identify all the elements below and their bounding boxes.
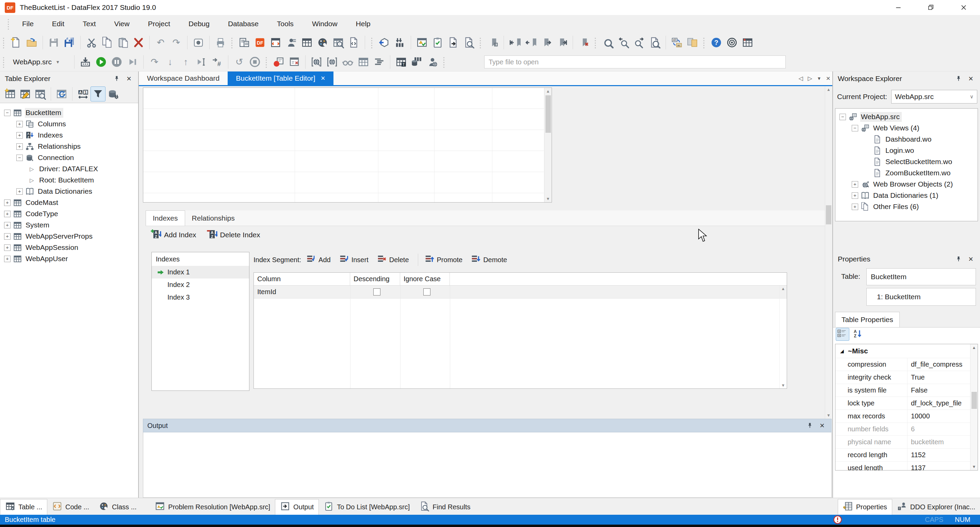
- tree-item-root-bucketitem[interactable]: ▷Root: BucketItem: [0, 175, 138, 186]
- breakpoint-toggle-button[interactable]: [271, 54, 286, 70]
- property-row-physical-name[interactable]: physical namebucketitem: [835, 435, 970, 448]
- close-button[interactable]: [947, 0, 980, 15]
- collapse-icon[interactable]: −: [840, 114, 846, 120]
- find-table-lp-button[interactable]: [33, 86, 48, 102]
- current-project-selector[interactable]: WebApp.src ∨: [891, 90, 977, 103]
- menu-debug[interactable]: Debug: [179, 20, 219, 28]
- refresh-tables-button[interactable]: [54, 86, 69, 102]
- bookmark-last-button[interactable]: [554, 35, 570, 50]
- watches-button[interactable]: [340, 54, 356, 70]
- section-tab-relationships[interactable]: Relationships: [185, 210, 242, 226]
- bookmark-next-button[interactable]: [538, 35, 554, 50]
- step-button[interactable]: [124, 54, 140, 70]
- property-value[interactable]: 1137: [907, 462, 970, 470]
- find-prev-button[interactable]: [616, 35, 631, 50]
- index-item-index-1[interactable]: Index 1: [152, 266, 249, 279]
- close-icon[interactable]: ×: [816, 420, 828, 431]
- about-button[interactable]: [724, 35, 740, 50]
- add-index-button[interactable]: AZ Add Index: [147, 228, 200, 243]
- column-header-descending[interactable]: Descending: [350, 273, 400, 285]
- find-in-files-button[interactable]: [647, 35, 662, 50]
- bottom-tab-properties[interactable]: Properties: [838, 499, 892, 515]
- section-tab-indexes[interactable]: Indexes: [146, 210, 185, 226]
- property-grid-scrollbar[interactable]: ▲ ▼: [970, 344, 978, 470]
- print-button[interactable]: [213, 35, 228, 50]
- collapse-icon[interactable]: −: [852, 125, 858, 131]
- index-item-index-2[interactable]: Index 2: [152, 279, 249, 291]
- tree-item-dashboard-wo[interactable]: Dashboard.wo: [835, 134, 978, 145]
- rename-table-button[interactable]: A1: [76, 86, 91, 102]
- filter-tables-button[interactable]: [91, 86, 105, 102]
- expand-arrow-icon[interactable]: ▷: [29, 166, 35, 172]
- expand-arrow-icon[interactable]: ▷: [29, 177, 35, 183]
- pin-icon[interactable]: [111, 73, 123, 84]
- expand-icon[interactable]: +: [16, 132, 23, 139]
- descending-checkbox[interactable]: [373, 288, 380, 296]
- find-next-button[interactable]: [631, 35, 647, 50]
- expand-icon[interactable]: +: [4, 233, 11, 240]
- scroll-down-icon[interactable]: ▼: [544, 196, 552, 201]
- table-field-value[interactable]: BucketItem: [866, 268, 976, 285]
- property-row-lock-type[interactable]: lock typedf_lock_type_file: [835, 396, 970, 409]
- segment-delete-button[interactable]: Delete: [377, 254, 409, 266]
- scroll-tabs-left-icon[interactable]: ◁: [799, 75, 803, 82]
- step-over-button[interactable]: ↷: [147, 54, 162, 70]
- webapp-admin-button[interactable]: [425, 54, 440, 70]
- scroll-up-icon[interactable]: ▲: [970, 345, 978, 350]
- scroll-up-icon[interactable]: ▲: [780, 286, 787, 291]
- edit-table-button[interactable]: [18, 86, 33, 102]
- tree-item-system[interactable]: +System: [0, 220, 138, 231]
- pin-icon[interactable]: [953, 254, 964, 264]
- doc-tab-workspace-dashboard[interactable]: Workspace Dashboard: [139, 72, 228, 85]
- property-value[interactable]: df_lock_type_file: [907, 397, 970, 409]
- bottom-tab-code[interactable]: Code ...: [47, 499, 94, 515]
- bottom-tab-to-do-list-webapp-src[interactable]: To Do List [WebApp.src]: [319, 499, 414, 515]
- sort-az-button[interactable]: AZ: [851, 328, 865, 341]
- scroll-up-icon[interactable]: ▲: [825, 87, 832, 92]
- editor-scrollbar[interactable]: ▲ ▼: [825, 86, 832, 419]
- pin-icon[interactable]: [804, 420, 816, 431]
- scroll-down-icon[interactable]: ▼: [825, 413, 832, 418]
- close-icon[interactable]: ×: [965, 73, 977, 84]
- expand-icon[interactable]: +: [16, 121, 23, 127]
- table-tools-button[interactable]: T: [393, 54, 409, 70]
- close-icon[interactable]: ×: [965, 254, 977, 264]
- restore-button[interactable]: [915, 0, 947, 15]
- step-into-button[interactable]: ↓: [162, 54, 178, 70]
- bottom-tab-class[interactable]: Class ...: [94, 499, 141, 515]
- tree-item-webapp-src[interactable]: −WebApp.src: [835, 111, 978, 123]
- save-button[interactable]: [46, 35, 62, 50]
- expand-icon[interactable]: +: [4, 256, 11, 262]
- scroll-thumb[interactable]: [546, 96, 551, 133]
- tree-item-login-wo[interactable]: Login.wo: [835, 145, 978, 156]
- menu-database[interactable]: Database: [219, 20, 268, 28]
- menu-file[interactable]: File: [13, 20, 43, 28]
- cut-button[interactable]: [84, 35, 99, 50]
- expand-icon[interactable]: +: [16, 143, 23, 150]
- bookmark-prev-button[interactable]: [523, 35, 538, 50]
- menu-text[interactable]: Text: [73, 20, 105, 28]
- scroll-thumb[interactable]: [826, 205, 831, 224]
- bookmark-first-button[interactable]: [507, 35, 523, 50]
- run-to-cursor-button[interactable]: [194, 54, 209, 70]
- web-object-viewer-button[interactable]: [309, 54, 324, 70]
- compare-files-button[interactable]: [685, 35, 700, 50]
- copy-button[interactable]: [99, 35, 115, 50]
- property-value[interactable]: False: [907, 384, 970, 396]
- tree-item-webappuser[interactable]: +WebAppUser: [0, 253, 138, 264]
- compile-project-button[interactable]: [78, 54, 93, 70]
- index-item-index-3[interactable]: Index 3: [152, 291, 249, 304]
- menu-project[interactable]: Project: [139, 20, 179, 28]
- minimize-button[interactable]: [882, 0, 915, 15]
- collapse-category-icon[interactable]: ◢: [840, 348, 844, 354]
- outline-panel-button[interactable]: [371, 54, 387, 70]
- expand-icon[interactable]: +: [4, 199, 11, 206]
- tree-item-codemast[interactable]: +CodeMast: [0, 197, 138, 209]
- web-browser-view-button[interactable]: [324, 54, 340, 70]
- output-content[interactable]: [143, 432, 832, 498]
- database-columns-button[interactable]: [409, 54, 425, 70]
- save-all-button[interactable]: [62, 35, 77, 50]
- bookmark-toggle-button[interactable]: [485, 35, 501, 50]
- properties-window-button[interactable]: [237, 35, 252, 50]
- run-button[interactable]: [93, 54, 109, 70]
